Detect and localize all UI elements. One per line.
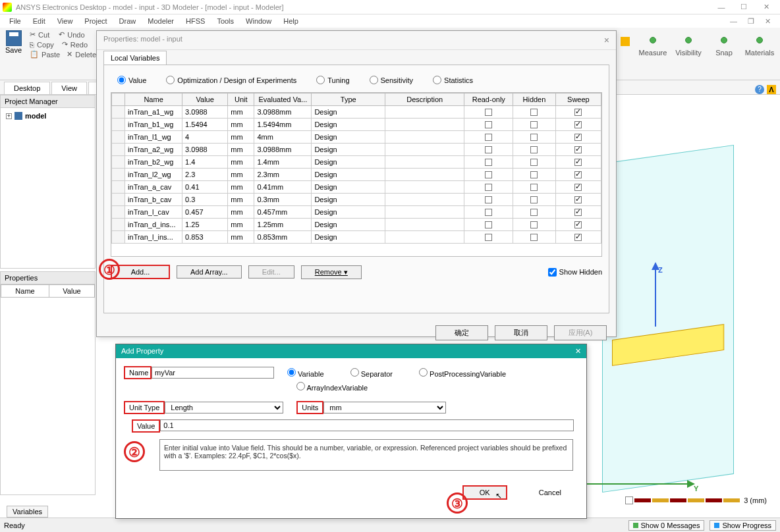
- table-row[interactable]: inTran_l2_wg2.3mm2.3mmDesign: [112, 169, 601, 181]
- sweep-checkbox[interactable]: [574, 171, 582, 178]
- mode-statistics[interactable]: Statistics: [433, 76, 473, 84]
- paste-button[interactable]: 📋Paste✕Delete: [30, 50, 96, 59]
- col-eval[interactable]: Evaluated Va...: [254, 93, 312, 106]
- hidden-checkbox[interactable]: [530, 171, 538, 178]
- readonly-checkbox[interactable]: [485, 171, 492, 178]
- materials-tool[interactable]: Materials: [743, 32, 776, 76]
- edit-button[interactable]: Edit...: [248, 265, 294, 279]
- mode-sensitivity[interactable]: Sensitivity: [370, 76, 414, 84]
- sweep-checkbox[interactable]: [574, 146, 582, 153]
- sweep-checkbox[interactable]: [574, 159, 582, 166]
- table-row[interactable]: inTran_l1_wg4mm4mmDesign: [112, 131, 601, 144]
- sweep-checkbox[interactable]: [574, 184, 582, 191]
- table-row[interactable]: inTran_b1_wg1.5494mm1.5494mmDesign: [112, 119, 601, 131]
- tab-local-variables[interactable]: Local Variables: [103, 51, 167, 65]
- hidden-checkbox[interactable]: [530, 196, 538, 203]
- col-sweep[interactable]: Sweep: [555, 93, 601, 106]
- readonly-checkbox[interactable]: [485, 109, 492, 116]
- readonly-checkbox[interactable]: [485, 146, 492, 153]
- hidden-checkbox[interactable]: [530, 134, 538, 141]
- minimize-button[interactable]: —: [710, 3, 733, 11]
- maximize-button[interactable]: ☐: [733, 3, 755, 11]
- readonly-checkbox[interactable]: [485, 221, 492, 228]
- mode-optimization[interactable]: Optimization / Design of Experiments: [166, 76, 296, 84]
- help-icon[interactable]: ?: [755, 85, 764, 94]
- menu-draw[interactable]: Draw: [114, 16, 142, 26]
- show-hidden-checkbox[interactable]: Show Hidden: [548, 268, 602, 277]
- col-type[interactable]: Type: [312, 93, 385, 106]
- col-readonly[interactable]: Read-only: [464, 93, 513, 106]
- hidden-checkbox[interactable]: [530, 146, 538, 153]
- col-unit[interactable]: Unit: [228, 93, 254, 106]
- hidden-checkbox[interactable]: [530, 184, 538, 191]
- readonly-checkbox[interactable]: [485, 159, 492, 166]
- save-button[interactable]: Save: [0, 28, 27, 80]
- menu-hfss[interactable]: HFSS: [181, 16, 210, 26]
- col-name[interactable]: Name: [1, 285, 49, 298]
- mdi-close-button[interactable]: ✕: [760, 16, 776, 27]
- tree-item-model[interactable]: + model: [3, 111, 92, 121]
- radio-sens[interactable]: [370, 76, 378, 84]
- col-value[interactable]: Value: [49, 285, 95, 298]
- radio-value[interactable]: [117, 76, 126, 84]
- col-desc[interactable]: Description: [385, 93, 464, 106]
- tab-desktop[interactable]: Desktop: [4, 82, 50, 94]
- show-progress-button[interactable]: Show Progress: [710, 520, 776, 531]
- sweep-checkbox[interactable]: [574, 209, 582, 216]
- sweep-checkbox[interactable]: [574, 234, 582, 241]
- units-select[interactable]: mm: [323, 402, 446, 413]
- menu-project[interactable]: Project: [79, 16, 112, 26]
- radio-separator[interactable]: Separator: [350, 368, 393, 378]
- readonly-checkbox[interactable]: [485, 196, 492, 203]
- mdi-restore-button[interactable]: ❐: [742, 16, 760, 27]
- readonly-checkbox[interactable]: [485, 234, 492, 241]
- sweep-checkbox[interactable]: [574, 109, 582, 116]
- hidden-checkbox[interactable]: [530, 209, 538, 216]
- radio-stats[interactable]: [433, 76, 441, 84]
- table-row[interactable]: inTran_b_cav0.3mm0.3mmDesign: [112, 194, 601, 206]
- variables-table[interactable]: Name Value Unit Evaluated Va... Type Des…: [111, 92, 602, 257]
- add-array-button[interactable]: Add Array...: [177, 265, 242, 279]
- table-row[interactable]: inTran_a_cav0.41mm0.41mmDesign: [112, 181, 601, 194]
- cancel-button[interactable]: 取消: [495, 325, 547, 340]
- cancel-button[interactable]: Cancel: [526, 485, 574, 500]
- cut-button[interactable]: ✂Cut↶Undo: [30, 30, 96, 39]
- readonly-checkbox[interactable]: [485, 209, 492, 216]
- table-row[interactable]: inTran_d_ins...1.25mm1.25mmDesign: [112, 219, 601, 231]
- menu-window[interactable]: Window: [240, 16, 277, 26]
- menu-file[interactable]: File: [4, 16, 26, 26]
- value-input[interactable]: [160, 419, 574, 431]
- menu-modeler[interactable]: Modeler: [142, 16, 179, 26]
- readonly-checkbox[interactable]: [485, 134, 492, 141]
- variables-tab[interactable]: Variables: [7, 506, 48, 518]
- ok-button[interactable]: 确定: [435, 325, 488, 340]
- dialog-close-button[interactable]: ×: [604, 35, 609, 45]
- sweep-checkbox[interactable]: [574, 121, 582, 128]
- show-messages-button[interactable]: Show 0 Messages: [628, 520, 705, 531]
- ok-button[interactable]: OK ↖: [462, 485, 507, 500]
- hidden-checkbox[interactable]: [530, 221, 538, 228]
- table-row[interactable]: inTran_l_cav0.457mm0.457mmDesign: [112, 206, 601, 219]
- sweep-checkbox[interactable]: [574, 196, 582, 203]
- col-hidden[interactable]: Hidden: [513, 93, 556, 106]
- ansys-lambda-icon[interactable]: Λ: [767, 85, 776, 94]
- hidden-checkbox[interactable]: [530, 109, 538, 116]
- menu-help[interactable]: Help: [278, 16, 304, 26]
- sweep-checkbox[interactable]: [574, 221, 582, 228]
- radio-variable[interactable]: Variable: [287, 368, 324, 378]
- copy-button[interactable]: ⎘Copy↷Redo: [30, 40, 96, 49]
- hidden-checkbox[interactable]: [530, 121, 538, 128]
- remove-button[interactable]: Remove ▾: [301, 265, 362, 279]
- radio-arrayindex[interactable]: ArrayIndexVariable: [296, 382, 368, 392]
- menu-view[interactable]: View: [52, 16, 78, 26]
- mode-value[interactable]: Value: [117, 76, 146, 84]
- mdi-minimize-button[interactable]: —: [725, 16, 742, 27]
- close-button[interactable]: ✕: [755, 3, 777, 11]
- table-row[interactable]: inTran_l_ins...0.853mm0.853mmDesign: [112, 231, 601, 244]
- radio-opt[interactable]: [166, 76, 175, 84]
- readonly-checkbox[interactable]: [485, 121, 492, 128]
- add-dialog-close[interactable]: ✕: [575, 347, 581, 356]
- measure-tool[interactable]: Measure: [636, 32, 669, 76]
- visibility-tool[interactable]: Visibility: [672, 32, 705, 76]
- sweep-checkbox[interactable]: [574, 134, 582, 141]
